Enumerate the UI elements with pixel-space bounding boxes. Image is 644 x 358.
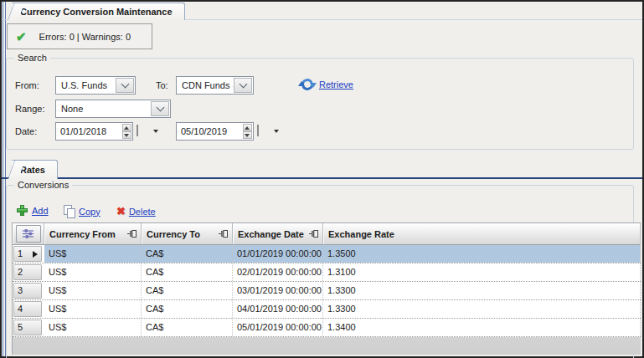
to-dropdown[interactable]: CDN Funds - 1 xyxy=(176,76,254,95)
date-to-value[interactable]: 05/10/2019 xyxy=(177,123,243,140)
delete-link-text[interactable]: Delete xyxy=(129,207,156,217)
cell-currency-from[interactable]: US$ xyxy=(44,245,142,263)
table-row[interactable]: 5 US$ CA$ 05/01/2019 00:00:00 1.3400 xyxy=(13,319,641,337)
from-label: From: xyxy=(15,79,39,91)
grid-corner-cell xyxy=(13,223,44,245)
date-to-dropdown-arrow-icon[interactable] xyxy=(274,130,279,133)
cell-exchange-rate[interactable]: 1.3300 xyxy=(323,282,641,299)
triangle-up-icon xyxy=(124,126,129,130)
cell-exchange-date[interactable]: 01/01/2019 00:00:00 xyxy=(233,245,323,263)
to-dropdown-button[interactable] xyxy=(234,78,252,93)
cell-currency-to[interactable]: CA$ xyxy=(142,300,233,318)
column-header[interactable]: Currency To xyxy=(142,223,233,245)
range-dropdown[interactable]: None xyxy=(55,100,171,118)
column-chooser-button[interactable] xyxy=(16,225,41,243)
triangle-down-icon xyxy=(124,134,129,137)
copy-pages-icon xyxy=(64,205,75,217)
cell-currency-from[interactable]: US$ xyxy=(44,263,142,281)
triangle-down-icon xyxy=(245,134,250,137)
cell-exchange-rate[interactable]: 1.3300 xyxy=(323,300,641,318)
column-chooser-icon xyxy=(22,228,34,239)
column-header[interactable]: Currency From xyxy=(44,223,142,245)
chevron-down-icon xyxy=(156,104,164,112)
range-label: Range: xyxy=(15,103,44,115)
date-to-calendar-button[interactable] xyxy=(257,125,271,139)
row-selector-button[interactable]: 2 xyxy=(13,264,42,280)
cell-currency-from[interactable]: US$ xyxy=(44,282,142,299)
cell-exchange-date[interactable]: 03/01/2019 00:00:00 xyxy=(233,282,323,299)
row-number: 3 xyxy=(18,286,23,295)
spin-up-button[interactable] xyxy=(243,124,252,131)
cell-exchange-rate[interactable]: 1.3400 xyxy=(323,319,641,336)
row-number: 1 xyxy=(18,249,23,258)
cell-exchange-rate[interactable]: 1.3100 xyxy=(323,263,641,281)
cell-exchange-date[interactable]: 04/01/2019 00:00:00 xyxy=(233,300,323,318)
range-dropdown-value: None xyxy=(56,100,150,117)
delete-x-icon: ✖ xyxy=(116,205,126,217)
cell-currency-to[interactable]: CA$ xyxy=(142,245,233,263)
copy-link-text[interactable]: Copy xyxy=(79,207,100,217)
cell-exchange-date[interactable]: 02/01/2019 00:00:00 xyxy=(233,263,323,281)
rates-tab-underline xyxy=(2,177,642,179)
table-row[interactable]: 3 US$ CA$ 03/01/2019 00:00:00 1.3300 xyxy=(13,282,641,300)
conversions-grid: Currency From Currency To Exchange Date xyxy=(12,222,641,355)
add-button[interactable]: Add xyxy=(17,205,49,217)
success-check-icon: ✔ xyxy=(16,29,27,44)
tab-currency-conversion-maintenance[interactable]: Currency Conversion Maintenance xyxy=(12,3,185,20)
delete-button[interactable]: ✖ Delete xyxy=(116,205,156,217)
pin-column-icon[interactable] xyxy=(309,229,318,238)
cell-currency-from[interactable]: US$ xyxy=(44,319,142,336)
spin-down-button[interactable] xyxy=(122,131,131,139)
cell-currency-to[interactable]: CA$ xyxy=(142,319,233,336)
add-link-text[interactable]: Add xyxy=(32,206,49,216)
tab-rates[interactable]: Rates xyxy=(12,160,58,179)
column-header[interactable]: Exchange Rate xyxy=(323,223,641,245)
chevron-down-icon xyxy=(239,80,247,89)
table-row[interactable]: 4 US$ CA$ 04/01/2019 00:00:00 1.3300 xyxy=(13,300,641,319)
cell-currency-to[interactable]: CA$ xyxy=(142,263,233,281)
row-number: 5 xyxy=(18,323,23,332)
errors-warnings-text: Errors: 0 | Warnings: 0 xyxy=(39,32,131,42)
row-number: 4 xyxy=(18,304,23,314)
column-header-label: Currency From xyxy=(44,229,116,239)
column-header-label: Currency To xyxy=(142,229,200,239)
search-group-title: Search xyxy=(14,52,50,64)
grid-body: 1 US$ CA$ 01/01/2019 00:00:00 1.3500 2 U… xyxy=(13,245,641,337)
table-row[interactable]: 2 US$ CA$ 02/01/2019 00:00:00 1.3100 xyxy=(13,263,641,282)
copy-button[interactable]: Copy xyxy=(64,205,100,217)
row-selector-button[interactable]: 3 xyxy=(13,283,42,299)
row-selector-button[interactable]: 4 xyxy=(13,301,42,317)
pin-column-icon[interactable] xyxy=(127,229,137,238)
grid-header-row: Currency From Currency To Exchange Date xyxy=(13,223,641,245)
date-from-spinner xyxy=(122,123,132,140)
date-from-calendar-button[interactable] xyxy=(137,125,151,139)
range-dropdown-button[interactable] xyxy=(151,101,169,116)
table-row[interactable]: 1 US$ CA$ 01/01/2019 00:00:00 1.3500 xyxy=(13,245,641,263)
cell-exchange-rate[interactable]: 1.3500 xyxy=(323,245,641,263)
date-from-value[interactable]: 01/01/2018 xyxy=(56,123,122,140)
date-to-field[interactable]: 05/10/2019 xyxy=(176,122,254,141)
row-selector-button[interactable]: 1 xyxy=(13,246,42,262)
triangle-up-icon xyxy=(245,126,250,130)
from-dropdown[interactable]: U.S. Funds xyxy=(55,76,136,95)
date-from-dropdown-arrow-icon[interactable] xyxy=(153,130,158,133)
spin-up-button[interactable] xyxy=(122,124,131,131)
retrieve-link[interactable]: Retrieve xyxy=(299,76,353,93)
column-header[interactable]: Exchange Date xyxy=(233,223,323,245)
from-dropdown-button[interactable] xyxy=(116,78,134,93)
row-selector-button[interactable]: 5 xyxy=(13,320,42,335)
cell-currency-from[interactable]: US$ xyxy=(44,300,142,318)
retrieve-link-text[interactable]: Retrieve xyxy=(319,79,353,90)
active-row-arrow-icon xyxy=(33,251,38,258)
date-from-field[interactable]: 01/01/2018 xyxy=(55,122,133,141)
refresh-icon xyxy=(299,76,316,93)
pin-column-icon[interactable] xyxy=(219,229,228,238)
calendar-icon xyxy=(137,125,138,136)
cell-currency-to[interactable]: CA$ xyxy=(142,282,233,299)
app-window: Currency Conversion Maintenance ✔ Errors… xyxy=(0,0,644,358)
tab-label: Currency Conversion Maintenance xyxy=(20,7,173,17)
conversions-group-title: Conversions xyxy=(14,179,72,191)
cell-exchange-date[interactable]: 05/01/2019 00:00:00 xyxy=(233,319,323,336)
column-header-label: Exchange Date xyxy=(233,229,304,239)
spin-down-button[interactable] xyxy=(243,131,252,139)
